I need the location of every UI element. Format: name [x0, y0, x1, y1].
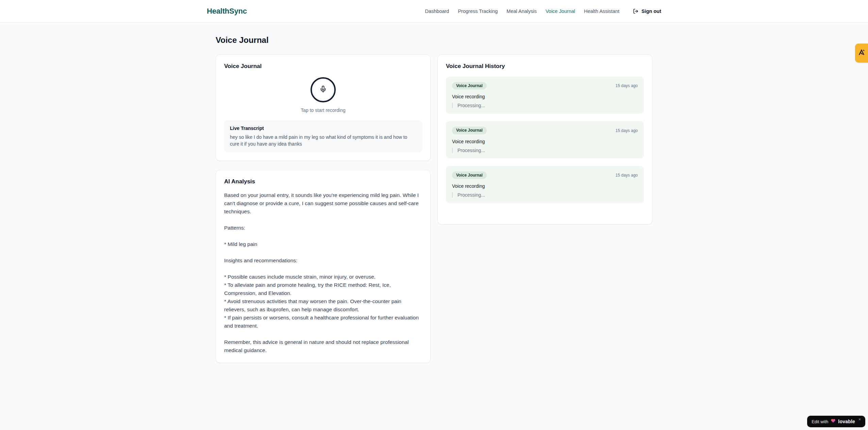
history-entry[interactable]: Voice Journal 15 days ago Voice recordin… — [446, 121, 644, 158]
nav-item-dashboard[interactable]: Dashboard — [425, 9, 449, 14]
sign-out-label: Sign out — [641, 9, 661, 14]
history-entry[interactable]: Voice Journal 15 days ago Voice recordin… — [446, 77, 644, 114]
nav-item-health-assistant[interactable]: Health Assistant — [584, 9, 619, 14]
tap-to-record-hint: Tap to start recording — [301, 108, 346, 113]
app-header: HealthSync Dashboard Progress Tracking M… — [0, 0, 868, 22]
entry-type-badge: Voice Journal — [452, 127, 487, 134]
lovable-tab-icon — [858, 49, 865, 57]
lovable-brand-label: lovable — [838, 419, 855, 424]
main-nav: Dashboard Progress Tracking Meal Analysi… — [425, 9, 662, 14]
voice-journal-recorder-card: Voice Journal Tap to start recording — [216, 54, 431, 161]
entry-title: Voice recording — [452, 183, 638, 189]
editor-side-tab[interactable] — [855, 44, 868, 63]
ai-analysis-title: AI Analysis — [224, 178, 422, 185]
history-card-title: Voice Journal History — [446, 63, 644, 70]
history-list: Voice Journal 15 days ago Voice recordin… — [446, 77, 644, 203]
voice-journal-history-card: Voice Journal History Voice Journal 15 d… — [437, 54, 652, 225]
left-column: Voice Journal Tap to start recording — [216, 54, 431, 363]
nav-item-progress-tracking[interactable]: Progress Tracking — [458, 9, 498, 14]
entry-timestamp: 15 days ago — [616, 128, 638, 133]
right-column: Voice Journal History Voice Journal 15 d… — [437, 54, 652, 225]
page-content: Voice Journal Voice Journal — [216, 22, 652, 363]
brand-logo[interactable]: HealthSync — [207, 7, 247, 16]
nav-item-voice-journal[interactable]: Voice Journal — [546, 9, 575, 14]
ai-analysis-body: Based on your journal entry, it sounds l… — [224, 191, 422, 354]
entry-timestamp: 15 days ago — [616, 173, 638, 178]
nav-item-meal-analysis[interactable]: Meal Analysis — [506, 9, 537, 14]
entry-status: Processing... — [452, 103, 638, 108]
history-entry[interactable]: Voice Journal 15 days ago Voice recordin… — [446, 166, 644, 203]
entry-title: Voice recording — [452, 94, 638, 99]
entry-status: Processing... — [452, 148, 638, 153]
record-button[interactable] — [311, 77, 336, 102]
edit-with-lovable-badge[interactable]: Edit with lovable × — [807, 416, 865, 427]
edit-with-label: Edit with — [812, 419, 828, 424]
sign-out-button[interactable]: Sign out — [633, 9, 661, 14]
live-transcript-title: Live Transcript — [230, 126, 416, 131]
close-icon[interactable]: × — [858, 417, 861, 422]
recorder-card-title: Voice Journal — [224, 63, 422, 70]
ai-analysis-card: AI Analysis Based on your journal entry,… — [216, 170, 431, 363]
live-transcript-text: hey so like I do have a mild pain in my … — [230, 134, 416, 147]
entry-timestamp: 15 days ago — [616, 83, 638, 88]
entry-type-badge: Voice Journal — [452, 171, 487, 179]
live-transcript-box: Live Transcript hey so like I do have a … — [224, 120, 422, 152]
page-title: Voice Journal — [216, 35, 652, 45]
entry-title: Voice recording — [452, 139, 638, 144]
microphone-icon — [319, 85, 327, 94]
entry-type-badge: Voice Journal — [452, 82, 487, 89]
heart-icon — [831, 418, 836, 425]
entry-status: Processing... — [452, 192, 638, 198]
logout-icon — [633, 9, 638, 14]
